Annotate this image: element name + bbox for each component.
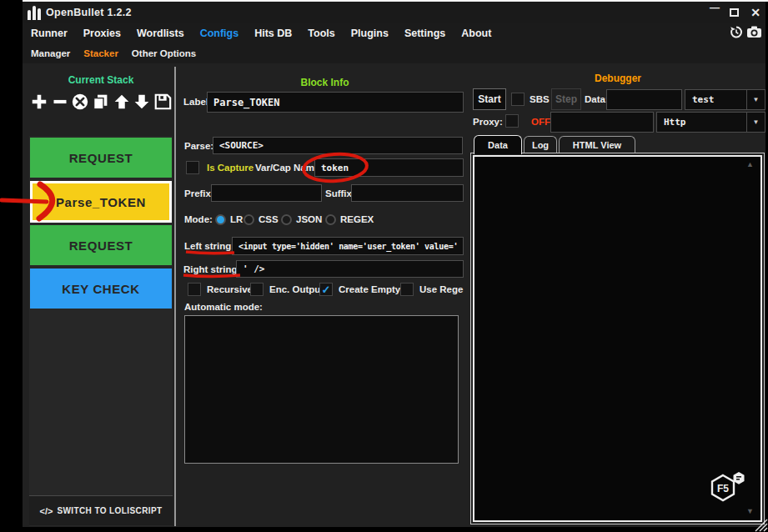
parse-input[interactable]: <SOURCE> (213, 137, 463, 154)
proxy-status: OFF (531, 117, 550, 127)
mode-radio-regex[interactable] (325, 214, 336, 225)
create-empty-label: Create Empty (339, 284, 400, 294)
history-icon[interactable] (729, 25, 743, 39)
configs-submenu: Manager Stacker Other Options (23, 43, 765, 63)
recursive-checkbox[interactable] (188, 283, 201, 296)
window-title: OpenBullet 1.2.2 (46, 7, 132, 18)
scroll-down-icon[interactable]: ▼ (746, 507, 754, 515)
main-menu: Runner Proxies Wordlists Configs Hits DB… (23, 23, 765, 43)
delete-icon[interactable] (71, 92, 89, 112)
mode-radio-css[interactable] (243, 214, 254, 225)
clone-icon[interactable] (92, 92, 110, 112)
f5-watermark-logo: F5 (705, 469, 749, 507)
move-up-icon[interactable] (113, 92, 131, 112)
start-button[interactable]: Start (473, 88, 506, 110)
var-cap-name-input[interactable]: token (314, 158, 464, 177)
f5-watermark-text: F5 (717, 483, 729, 494)
block-info-title: Block Info (185, 77, 464, 88)
left-string-input[interactable]: <input type='hidden' name='user_token' v… (232, 237, 464, 255)
mode-option-regex: REGEX (340, 214, 374, 224)
submenu-stacker[interactable]: Stacker (83, 48, 118, 58)
proxy-type-dropdown[interactable]: Http ▼ (656, 112, 765, 133)
titlebar (23, 2, 765, 23)
use-regex-label: Use Rege (419, 284, 463, 294)
automatic-mode-label: Automatic mode: (184, 302, 263, 312)
mode-option-css: CSS (259, 214, 279, 224)
mode-label: Mode: (184, 214, 213, 224)
stack-block-key-check[interactable]: KEY CHECK (30, 269, 172, 309)
remove-icon[interactable] (51, 92, 69, 112)
sbs-checkbox[interactable] (511, 93, 525, 106)
stack-block-request-2[interactable]: REQUEST (30, 225, 172, 265)
submenu-other-options[interactable]: Other Options (132, 48, 196, 58)
menu-wordlists[interactable]: Wordlists (137, 28, 184, 39)
stack-block-parse-token[interactable]: Parse_TOKEN (30, 181, 172, 223)
left-string-label: Left string: (184, 241, 234, 251)
use-regex-checkbox[interactable] (400, 283, 414, 296)
debugger-output-panel: ▲ ▼ F5 (470, 153, 765, 524)
parse-field-label: Parse: (184, 141, 213, 151)
menu-about[interactable]: About (461, 28, 491, 39)
tab-data[interactable]: Data (474, 135, 522, 154)
proxy-input[interactable] (550, 112, 654, 133)
right-string-label: Right string: (183, 264, 240, 274)
suffix-input[interactable] (351, 184, 464, 202)
enc-output-label: Enc. Output (269, 284, 324, 294)
enc-output-checkbox[interactable] (250, 283, 264, 296)
menu-configs[interactable]: Configs (200, 28, 239, 39)
menu-plugins[interactable]: Plugins (351, 28, 389, 39)
move-down-icon[interactable] (133, 92, 151, 112)
wordlist-dropdown[interactable]: test ▼ (685, 89, 765, 110)
tab-log[interactable]: Log (524, 136, 557, 153)
prefix-label: Prefix: (184, 188, 214, 198)
maximize-button[interactable] (730, 8, 739, 17)
switch-to-loliscript-button[interactable]: </> SWITCH TO LOLISCRIPT (29, 495, 173, 525)
panel-divider (174, 67, 176, 526)
stack-toolbar (30, 90, 172, 113)
chevron-down-icon: ▼ (746, 90, 765, 109)
label-input[interactable]: Parse_TOKEN (207, 92, 464, 113)
var-cap-name-label: Var/Cap Name: (255, 163, 323, 173)
menu-hitsdb[interactable]: Hits DB (254, 28, 292, 39)
is-capture-checkbox[interactable] (186, 161, 199, 174)
menu-settings[interactable]: Settings (404, 28, 445, 39)
create-empty-checkbox[interactable]: ✓ (319, 283, 333, 296)
prefix-input[interactable] (211, 184, 322, 202)
recursive-label: Recursive (207, 284, 253, 294)
is-capture-label: Is Capture (207, 163, 253, 173)
mode-radio-json[interactable] (281, 214, 292, 225)
data-view[interactable]: ▲ ▼ F5 (473, 155, 762, 522)
proxy-label: Proxy: (473, 117, 503, 127)
save-icon[interactable] (153, 92, 172, 112)
minimize-button[interactable]: — (707, 2, 722, 15)
openbullet-logo-icon (28, 6, 41, 20)
mode-option-lr: LR (230, 214, 243, 224)
menu-tools[interactable]: Tools (308, 28, 334, 39)
step-button[interactable]: Step (551, 88, 581, 110)
current-stack-title: Current Stack (29, 74, 173, 86)
right-string-input[interactable]: ' /> (236, 260, 464, 278)
close-button[interactable]: ✕ (748, 6, 763, 19)
mode-radio-lr[interactable] (215, 214, 226, 225)
mode-option-json: JSON (296, 214, 322, 224)
submenu-manager[interactable]: Manager (31, 48, 70, 58)
debugger-title: Debugger (470, 73, 765, 84)
data-label: Data: (585, 94, 609, 104)
menu-proxies[interactable]: Proxies (83, 28, 121, 39)
proxy-checkbox[interactable] (505, 114, 519, 128)
tab-html-view[interactable]: HTML View (559, 136, 635, 153)
menu-runner[interactable]: Runner (31, 28, 68, 39)
data-input[interactable] (606, 89, 682, 110)
automatic-mode-textarea[interactable] (184, 315, 459, 464)
scroll-up-icon[interactable]: ▲ (746, 160, 754, 168)
sbs-label: SBS (530, 94, 550, 104)
stack-block-request-1[interactable]: REQUEST (30, 138, 172, 178)
add-icon[interactable] (30, 92, 48, 112)
code-icon: </> (39, 506, 53, 516)
screenshot-icon[interactable] (746, 25, 762, 39)
chevron-down-icon: ▼ (746, 113, 765, 132)
check-icon: ✓ (322, 284, 331, 295)
